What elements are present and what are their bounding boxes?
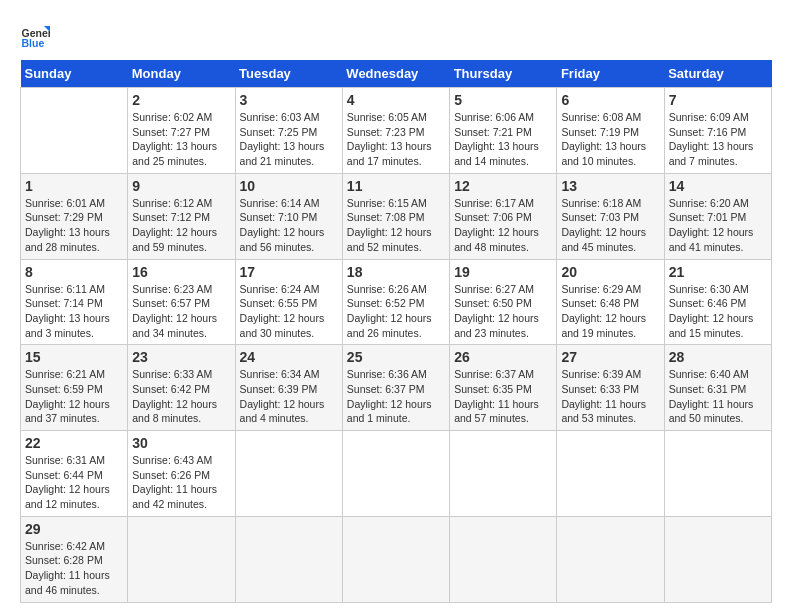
day-cell — [342, 516, 449, 602]
day-number: 22 — [25, 435, 123, 451]
header-friday: Friday — [557, 60, 664, 88]
header-monday: Monday — [128, 60, 235, 88]
day-cell: 5Sunrise: 6:06 AM Sunset: 7:21 PM Daylig… — [450, 88, 557, 174]
day-number: 26 — [454, 349, 552, 365]
day-cell: 14Sunrise: 6:20 AM Sunset: 7:01 PM Dayli… — [664, 173, 771, 259]
header-thursday: Thursday — [450, 60, 557, 88]
day-cell: 29Sunrise: 6:42 AM Sunset: 6:28 PM Dayli… — [21, 516, 128, 602]
day-info: Sunrise: 6:43 AM Sunset: 6:26 PM Dayligh… — [132, 453, 230, 512]
day-cell — [450, 516, 557, 602]
day-number: 28 — [669, 349, 767, 365]
week-row-0: 2Sunrise: 6:02 AM Sunset: 7:27 PM Daylig… — [21, 88, 772, 174]
day-info: Sunrise: 6:18 AM Sunset: 7:03 PM Dayligh… — [561, 196, 659, 255]
week-row-1: 1Sunrise: 6:01 AM Sunset: 7:29 PM Daylig… — [21, 173, 772, 259]
day-info: Sunrise: 6:36 AM Sunset: 6:37 PM Dayligh… — [347, 367, 445, 426]
logo-icon: General Blue — [20, 20, 50, 50]
day-cell — [664, 516, 771, 602]
day-cell: 8Sunrise: 6:11 AM Sunset: 7:14 PM Daylig… — [21, 259, 128, 345]
day-info: Sunrise: 6:15 AM Sunset: 7:08 PM Dayligh… — [347, 196, 445, 255]
day-info: Sunrise: 6:26 AM Sunset: 6:52 PM Dayligh… — [347, 282, 445, 341]
day-info: Sunrise: 6:29 AM Sunset: 6:48 PM Dayligh… — [561, 282, 659, 341]
day-cell: 15Sunrise: 6:21 AM Sunset: 6:59 PM Dayli… — [21, 345, 128, 431]
day-info: Sunrise: 6:03 AM Sunset: 7:25 PM Dayligh… — [240, 110, 338, 169]
header-wednesday: Wednesday — [342, 60, 449, 88]
day-info: Sunrise: 6:33 AM Sunset: 6:42 PM Dayligh… — [132, 367, 230, 426]
page-header: General Blue — [20, 20, 772, 50]
day-cell: 22Sunrise: 6:31 AM Sunset: 6:44 PM Dayli… — [21, 431, 128, 517]
day-info: Sunrise: 6:30 AM Sunset: 6:46 PM Dayligh… — [669, 282, 767, 341]
day-number: 10 — [240, 178, 338, 194]
day-cell: 28Sunrise: 6:40 AM Sunset: 6:31 PM Dayli… — [664, 345, 771, 431]
day-info: Sunrise: 6:31 AM Sunset: 6:44 PM Dayligh… — [25, 453, 123, 512]
day-number: 18 — [347, 264, 445, 280]
day-info: Sunrise: 6:42 AM Sunset: 6:28 PM Dayligh… — [25, 539, 123, 598]
day-info: Sunrise: 6:20 AM Sunset: 7:01 PM Dayligh… — [669, 196, 767, 255]
day-number: 27 — [561, 349, 659, 365]
day-cell: 24Sunrise: 6:34 AM Sunset: 6:39 PM Dayli… — [235, 345, 342, 431]
day-number: 5 — [454, 92, 552, 108]
day-cell: 20Sunrise: 6:29 AM Sunset: 6:48 PM Dayli… — [557, 259, 664, 345]
day-cell: 13Sunrise: 6:18 AM Sunset: 7:03 PM Dayli… — [557, 173, 664, 259]
day-cell: 30Sunrise: 6:43 AM Sunset: 6:26 PM Dayli… — [128, 431, 235, 517]
day-number: 7 — [669, 92, 767, 108]
day-number: 11 — [347, 178, 445, 194]
day-info: Sunrise: 6:11 AM Sunset: 7:14 PM Dayligh… — [25, 282, 123, 341]
day-number: 24 — [240, 349, 338, 365]
day-cell: 19Sunrise: 6:27 AM Sunset: 6:50 PM Dayli… — [450, 259, 557, 345]
header-saturday: Saturday — [664, 60, 771, 88]
day-cell: 7Sunrise: 6:09 AM Sunset: 7:16 PM Daylig… — [664, 88, 771, 174]
header-sunday: Sunday — [21, 60, 128, 88]
day-info: Sunrise: 6:21 AM Sunset: 6:59 PM Dayligh… — [25, 367, 123, 426]
day-cell: 21Sunrise: 6:30 AM Sunset: 6:46 PM Dayli… — [664, 259, 771, 345]
day-number: 9 — [132, 178, 230, 194]
day-number: 4 — [347, 92, 445, 108]
day-info: Sunrise: 6:01 AM Sunset: 7:29 PM Dayligh… — [25, 196, 123, 255]
day-info: Sunrise: 6:17 AM Sunset: 7:06 PM Dayligh… — [454, 196, 552, 255]
day-number: 23 — [132, 349, 230, 365]
day-cell: 6Sunrise: 6:08 AM Sunset: 7:19 PM Daylig… — [557, 88, 664, 174]
day-cell — [235, 431, 342, 517]
day-info: Sunrise: 6:05 AM Sunset: 7:23 PM Dayligh… — [347, 110, 445, 169]
day-number: 17 — [240, 264, 338, 280]
day-cell: 17Sunrise: 6:24 AM Sunset: 6:55 PM Dayli… — [235, 259, 342, 345]
day-cell: 25Sunrise: 6:36 AM Sunset: 6:37 PM Dayli… — [342, 345, 449, 431]
day-number: 3 — [240, 92, 338, 108]
day-number: 2 — [132, 92, 230, 108]
day-cell: 16Sunrise: 6:23 AM Sunset: 6:57 PM Dayli… — [128, 259, 235, 345]
day-number: 20 — [561, 264, 659, 280]
calendar-table: SundayMondayTuesdayWednesdayThursdayFrid… — [20, 60, 772, 603]
day-info: Sunrise: 6:14 AM Sunset: 7:10 PM Dayligh… — [240, 196, 338, 255]
week-row-2: 8Sunrise: 6:11 AM Sunset: 7:14 PM Daylig… — [21, 259, 772, 345]
day-info: Sunrise: 6:02 AM Sunset: 7:27 PM Dayligh… — [132, 110, 230, 169]
day-info: Sunrise: 6:40 AM Sunset: 6:31 PM Dayligh… — [669, 367, 767, 426]
day-cell — [128, 516, 235, 602]
day-cell — [557, 431, 664, 517]
header-tuesday: Tuesday — [235, 60, 342, 88]
day-number: 29 — [25, 521, 123, 537]
day-cell — [342, 431, 449, 517]
day-cell — [557, 516, 664, 602]
day-cell — [235, 516, 342, 602]
day-number: 12 — [454, 178, 552, 194]
day-number: 15 — [25, 349, 123, 365]
day-cell — [664, 431, 771, 517]
day-number: 21 — [669, 264, 767, 280]
day-cell — [450, 431, 557, 517]
day-number: 30 — [132, 435, 230, 451]
day-cell — [21, 88, 128, 174]
day-cell: 27Sunrise: 6:39 AM Sunset: 6:33 PM Dayli… — [557, 345, 664, 431]
week-row-4: 22Sunrise: 6:31 AM Sunset: 6:44 PM Dayli… — [21, 431, 772, 517]
day-number: 19 — [454, 264, 552, 280]
day-info: Sunrise: 6:34 AM Sunset: 6:39 PM Dayligh… — [240, 367, 338, 426]
day-info: Sunrise: 6:09 AM Sunset: 7:16 PM Dayligh… — [669, 110, 767, 169]
day-number: 13 — [561, 178, 659, 194]
day-info: Sunrise: 6:06 AM Sunset: 7:21 PM Dayligh… — [454, 110, 552, 169]
day-number: 6 — [561, 92, 659, 108]
day-info: Sunrise: 6:24 AM Sunset: 6:55 PM Dayligh… — [240, 282, 338, 341]
day-number: 14 — [669, 178, 767, 194]
day-number: 8 — [25, 264, 123, 280]
day-info: Sunrise: 6:27 AM Sunset: 6:50 PM Dayligh… — [454, 282, 552, 341]
day-cell: 9Sunrise: 6:12 AM Sunset: 7:12 PM Daylig… — [128, 173, 235, 259]
day-cell: 10Sunrise: 6:14 AM Sunset: 7:10 PM Dayli… — [235, 173, 342, 259]
day-number: 16 — [132, 264, 230, 280]
